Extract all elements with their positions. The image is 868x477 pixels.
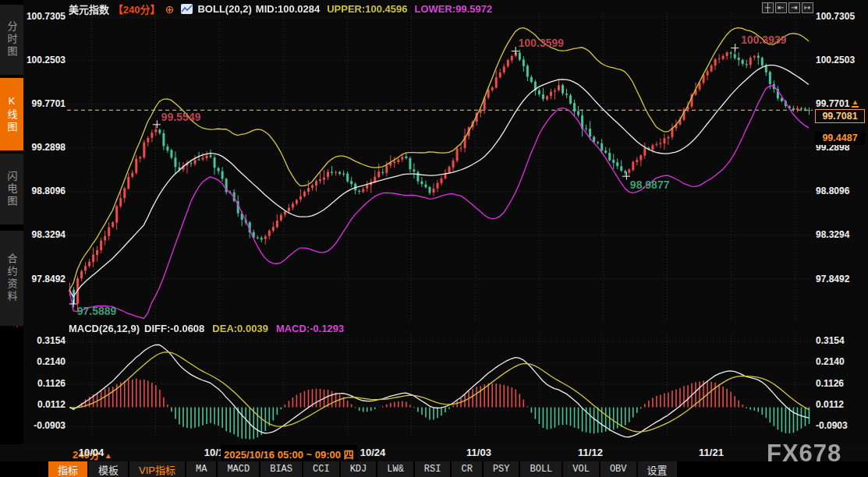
sidebar-tab-2[interactable]: 闪电图	[0, 154, 23, 224]
x-axis-label-4: 11/12	[578, 447, 603, 458]
chart-tool-buttons: ┼⇤⇥↦	[762, 2, 813, 13]
sidebar-tab-3[interactable]: 合约资料	[0, 231, 23, 326]
boll-lower-value: LOWER:99.5972	[415, 3, 493, 15]
main-y-tick-right-2: 99.7701	[816, 98, 849, 109]
toolbar-item-9[interactable]: RSI	[415, 461, 451, 477]
macd-y-tick-left-1: 0.2140	[23, 356, 66, 367]
date-range-tooltip: 2025/10/16 05:00 ~ 09:00 四	[221, 445, 357, 463]
chart-annotation-low-3: 98.9877	[630, 178, 670, 191]
main-y-tick-left-6: 97.8492	[23, 274, 66, 284]
macd-y-tick-left-4: -0.0903	[23, 420, 66, 431]
boll-label: BOLL(20,2)	[197, 3, 251, 15]
main-y-tick-left-1: 100.2503	[23, 55, 66, 65]
x-axis-label-5: 11/21	[699, 447, 724, 458]
period-dropdown-arrow-icon: ▲	[105, 451, 112, 460]
toolbar-item-14[interactable]: OBV	[601, 461, 636, 477]
period-badge[interactable]: 【240分】	[113, 2, 161, 16]
toolbar-item-8[interactable]: LW&	[377, 461, 413, 477]
trading-app-window: 分时图K线图闪电图合约资料 美元指数 【240分】 ⊕ BOLL(20,2) M…	[0, 0, 868, 477]
zoom-fit-button[interactable]: ⇤	[775, 2, 787, 13]
crosshair-button[interactable]: ┼	[762, 2, 774, 13]
macd-macd-value: MACD:-0.1293	[276, 323, 344, 334]
toolbar-item-10[interactable]: CR	[452, 461, 481, 477]
main-y-tick-right-6: 97.8492	[816, 274, 849, 284]
pan-right-button[interactable]: ↦	[802, 2, 813, 13]
main-y-tick-right-5: 98.3294	[816, 229, 849, 240]
macd-dea-value: DEA:0.0039	[212, 323, 268, 334]
jump-to-latest-icon[interactable]: ▲	[852, 99, 859, 108]
current-price-badge: 99.7081	[815, 109, 865, 123]
chart-annotation-high-4: 100.3939	[741, 34, 786, 46]
kline-chart-icon[interactable]	[181, 4, 193, 14]
x-axis-label-0: 10/04	[79, 447, 105, 458]
main-y-tick-left-4: 98.8096	[23, 186, 66, 196]
toolbar-item-0[interactable]: 指标	[48, 461, 87, 477]
boll-upper-value: UPPER:100.4596	[327, 3, 407, 15]
main-y-tick-right-1: 100.2503	[816, 55, 855, 65]
main-y-tick-left-0: 100.7305	[23, 11, 66, 22]
macd-label: MACD(26,12,9)	[69, 323, 140, 334]
macd-diff-value: DIFF:-0.0608	[144, 323, 204, 334]
toolbar-item-3[interactable]: MA	[186, 461, 216, 477]
main-y-tick-left-5: 98.3294	[23, 229, 66, 240]
macd-y-tick-right-2: 0.1126	[816, 378, 844, 389]
macd-y-tick-right-0: 0.3154	[816, 335, 845, 346]
toolbar-item-11[interactable]: PSY	[484, 461, 519, 477]
toolbar-item-4[interactable]: MACD	[218, 461, 259, 477]
main-y-tick-left-3: 99.2898	[23, 142, 66, 153]
reference-price-badge: 99.4487	[815, 132, 865, 145]
x-axis-row: 240分▲ 2025/10/16 05:00 ~ 09:00 四 10/0410…	[0, 444, 868, 461]
main-chart-canvas[interactable]	[67, 5, 813, 323]
zoom-step-button[interactable]: ⇥	[788, 2, 800, 13]
sidebar-tab-0[interactable]: 分时图	[0, 5, 23, 75]
indicator-toolbar: 指标模板VIP指标MAMACDBIASCCIKDJLW&RSICRPSYBOLL…	[0, 461, 868, 477]
macd-y-tick-right-4: -0.0903	[816, 420, 848, 431]
chart-annotation-high-1: 99.5549	[161, 111, 201, 123]
macd-header: MACD(26,12,9) DIFF:-0.0608 DEA:0.0039 MA…	[69, 323, 344, 334]
macd-y-tick-left-0: 0.3154	[23, 335, 66, 346]
macd-chart-canvas[interactable]	[67, 330, 813, 441]
chart-annotation-high-2: 100.3599	[519, 37, 564, 49]
macd-y-tick-right-1: 0.2140	[816, 356, 845, 367]
chart-type-sidebar: 分时图K线图闪电图合约资料	[0, 0, 23, 477]
macd-y-tick-right-3: 0.0112	[816, 399, 844, 410]
chart-annotation-low-0: 97.5889	[77, 305, 117, 317]
toolbar-item-7[interactable]: KDJ	[341, 461, 377, 477]
x-axis-label-2: 10/24	[360, 447, 386, 458]
boll-mid-value: MID:100.0284	[256, 3, 320, 15]
toolbar-item-15[interactable]: 设置	[638, 461, 677, 477]
x-axis-label-3: 11/03	[466, 447, 491, 458]
toolbar-item-13[interactable]: VOL	[563, 461, 599, 477]
toolbar-item-6[interactable]: CCI	[303, 461, 339, 477]
main-y-tick-right-4: 98.8096	[816, 186, 849, 196]
main-y-tick-left-2: 99.7701	[23, 98, 66, 109]
macd-y-tick-left-3: 0.0112	[23, 399, 66, 410]
toolbar-item-1[interactable]: 模板	[89, 461, 128, 477]
macd-y-tick-left-2: 0.1126	[23, 378, 66, 389]
toolbar-item-2[interactable]: VIP指标	[129, 461, 185, 477]
chart-header: 美元指数 【240分】 ⊕ BOLL(20,2) MID:100.0284 UP…	[69, 2, 492, 16]
toolbar-item-12[interactable]: BOLL	[520, 461, 562, 477]
main-y-tick-right-0: 100.7305	[816, 11, 855, 22]
target-plus-icon[interactable]: ⊕	[165, 3, 175, 16]
toolbar-item-5[interactable]: BIAS	[260, 461, 302, 477]
symbol-title: 美元指数	[69, 2, 109, 16]
sidebar-tab-1[interactable]: K线图	[0, 78, 23, 150]
